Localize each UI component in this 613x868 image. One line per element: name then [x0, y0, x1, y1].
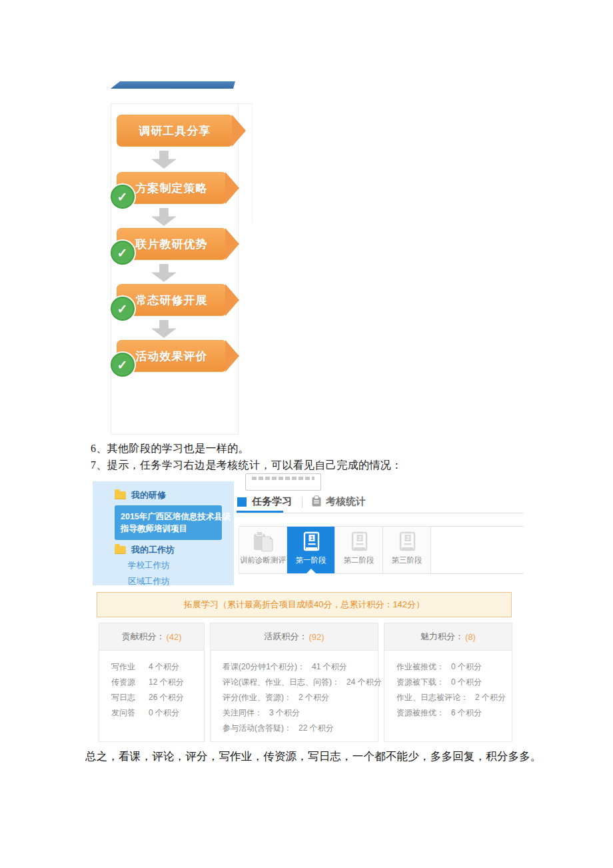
score-column-charm: 魅力积分：(8) 作业被推优：0 个积分 资源被下载：0 个积分 作业、日志被评…	[384, 623, 512, 742]
sidebar-section-my-workshop[interactable]: 我的工作坊	[115, 544, 175, 556]
doc-footer-line: 总之，看课，评论，评分，写作业，传资源，写日志，一个都不能少，多多回复，积分多多…	[85, 749, 542, 764]
score-header-value: (8)	[465, 632, 476, 642]
score-row: 写作业4 个积分	[111, 659, 204, 675]
stage-label: 第二阶段	[344, 555, 374, 565]
check-icon: ✓	[111, 185, 135, 209]
stage-2[interactable]: 2 第二阶段	[335, 527, 383, 573]
book-3-icon: 3	[396, 531, 418, 553]
score-column-header: 活跃积分：(92)	[211, 623, 378, 651]
flow-step-1[interactable]: 调研工具分享	[117, 115, 233, 147]
score-header-label: 活跃积分：	[264, 631, 307, 643]
sidebar: 我的研修 2015年广西区培信息技术县级 指导教师培训项目 我的工作坊 学校工作…	[93, 481, 234, 585]
tab-divider	[302, 497, 303, 508]
stage-label: 训前诊断测评	[240, 555, 286, 565]
check-icon: ✓	[111, 297, 135, 321]
clipboard-icon	[251, 531, 276, 553]
blue-divider-bar	[111, 81, 235, 89]
flow-step-label: 调研工具分享	[139, 123, 211, 139]
score-header-value: (42)	[166, 632, 181, 642]
score-column-activity: 活跃积分：(92) 看课(20分钟1个积分)：41 个积分 评论(课程、作业、日…	[210, 623, 378, 742]
score-header-label: 贡献积分：	[121, 631, 165, 643]
sidebar-section-label: 我的工作坊	[131, 544, 175, 556]
score-table-title: 拓展学习（累计最高折合项目成绩40分，总累计积分：142分）	[97, 592, 512, 617]
flow-step-4[interactable]: ✓ 常态研修开展	[117, 284, 227, 316]
stage-label: 第三阶段	[392, 555, 422, 565]
svg-text:3: 3	[406, 535, 409, 541]
project-title-line1: 2015年广西区培信息技术县级	[121, 511, 222, 523]
score-row: 参与活动(含答疑)：22 个积分	[223, 721, 378, 736]
stage-pre-test[interactable]: 训前诊断测评	[239, 527, 287, 573]
task-tab-icon	[237, 497, 247, 507]
flow-step-label: 方案制定策略	[136, 181, 208, 196]
score-header-value: (92)	[308, 632, 324, 642]
score-column-header: 魅力积分：(8)	[384, 623, 512, 651]
cropped-dropdown-button[interactable]	[245, 473, 321, 491]
sidebar-section-my-training[interactable]: 我的研修	[115, 489, 166, 501]
flow-step-3[interactable]: ✓ 联片教研优势	[117, 228, 227, 260]
stage-label: 第一阶段	[296, 555, 326, 565]
doc-line-6: 6、其他阶段的学习也是一样的。	[91, 442, 249, 456]
score-column-contribution: 贡献积分：(42) 写作业4 个积分 传资源12 个积分 写日志26 个积分 发…	[99, 623, 205, 742]
flow-step-2[interactable]: ✓ 方案制定策略	[117, 172, 227, 204]
score-row: 看课(20分钟1个积分)：41 个积分	[223, 659, 378, 675]
stage-row-filler	[431, 527, 524, 573]
svg-text:1: 1	[310, 535, 313, 541]
tab-rule	[237, 513, 523, 513]
score-row: 作业、日志被评论：2 个积分	[396, 690, 512, 705]
score-row: 关注同伴：3 个积分	[223, 705, 378, 721]
tab-assessment-stats[interactable]: 考核统计	[326, 495, 366, 508]
sidebar-link-region-workshop[interactable]: 区域工作坊	[128, 576, 170, 587]
folder-icon	[115, 546, 126, 554]
doc-line-7: 7、提示，任务学习右边是考核统计，可以看见自己完成的情况：	[91, 459, 402, 473]
score-column-header: 贡献积分：(42)	[99, 623, 204, 651]
score-row: 发问答0 个积分	[111, 705, 204, 721]
folder-icon	[115, 491, 126, 499]
flow-step-label: 常态研修开展	[136, 293, 208, 308]
stage-1-active[interactable]: 1 第一阶段	[287, 527, 335, 573]
book-1-icon: 1	[300, 531, 322, 553]
flow-step-5[interactable]: ✓ 活动效果评价	[117, 340, 227, 372]
tab-task-learning[interactable]: 任务学习	[252, 495, 292, 508]
flowchart-panel	[111, 103, 239, 435]
sidebar-section-label: 我的研修	[131, 489, 166, 501]
sidebar-link-school-workshop[interactable]: 学校工作坊	[128, 560, 170, 571]
score-row: 评分(作业、资源)：2 个积分	[223, 690, 378, 705]
score-row: 传资源12 个积分	[111, 675, 204, 690]
flow-step-label: 活动效果评价	[136, 349, 208, 364]
score-header-label: 魅力积分：	[420, 631, 464, 643]
score-row: 作业被推优：0 个积分	[396, 659, 512, 675]
flow-step-label: 联片教研优势	[136, 237, 208, 252]
book-2-icon: 2	[348, 531, 370, 553]
check-icon: ✓	[111, 353, 135, 377]
score-row: 评论(课程、作业、日志、问答)：24 个积分	[223, 675, 378, 690]
score-row: 资源被下载：0 个积分	[396, 675, 512, 690]
stage-3[interactable]: 3 第三阶段	[383, 527, 431, 573]
score-row: 写日志26 个积分	[111, 690, 204, 705]
stage-selector-row: 训前诊断测评 1 第一阶段 2 第二阶段	[239, 526, 524, 574]
project-title-line2: 指导教师培训项目	[121, 523, 222, 535]
score-row: 资源被推优：6 个积分	[396, 705, 512, 721]
document-page: 调研工具分享 ✓ 方案制定策略 ✓ 联片教研优势 ✓ 常态研修开展 ✓ 活动效果…	[0, 0, 613, 868]
svg-text:2: 2	[358, 535, 361, 541]
clipboard-icon	[311, 495, 322, 510]
sidebar-item-project-selected[interactable]: 2015年广西区培信息技术县级 指导教师培训项目	[115, 505, 222, 540]
check-icon: ✓	[111, 241, 135, 265]
